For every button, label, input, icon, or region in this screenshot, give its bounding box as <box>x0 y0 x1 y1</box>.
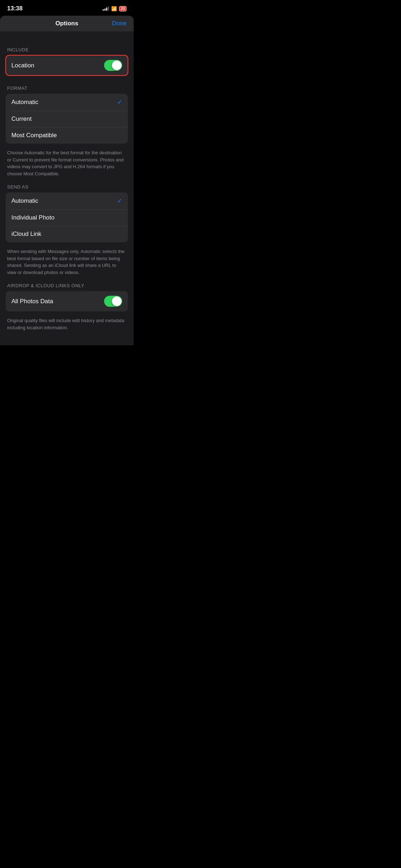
include-group: Location <box>6 55 128 76</box>
send-as-automatic-row[interactable]: Automatic ✓ <box>6 192 128 210</box>
nav-bar: Options Done <box>0 16 134 31</box>
send-as-icloud-link-row[interactable]: iCloud Link <box>6 226 128 242</box>
location-highlighted-row: Location <box>6 55 128 76</box>
send-as-individual-photo-row[interactable]: Individual Photo <box>6 210 128 226</box>
include-section-label: INCLUDE <box>0 47 134 55</box>
format-automatic-check: ✓ <box>117 98 122 106</box>
format-section-label: FORMAT <box>0 86 134 94</box>
page-title: Options <box>55 20 78 27</box>
all-photos-data-toggle[interactable] <box>104 296 122 307</box>
all-photos-data-toggle-thumb <box>112 296 122 306</box>
content-area: INCLUDE Location FORMAT Automatic ✓ Curr… <box>0 31 134 345</box>
send-as-individual-photo-label: Individual Photo <box>11 214 55 221</box>
battery-badge: 20 <box>119 6 127 11</box>
format-automatic-label: Automatic <box>11 99 38 106</box>
location-toggle[interactable] <box>104 60 122 71</box>
send-as-automatic-check: ✓ <box>117 197 122 205</box>
format-automatic-row[interactable]: Automatic ✓ <box>6 94 128 111</box>
format-description: Choose Automatic for the best format for… <box>0 146 134 184</box>
location-toggle-thumb <box>112 61 122 70</box>
send-as-description: When sending with Messages only, Automat… <box>0 245 134 283</box>
airdrop-section-label: AIRDROP & ICLOUD LINKS ONLY <box>0 283 134 291</box>
signal-icon <box>103 6 109 11</box>
status-bar: 13:38 📶 20 <box>0 0 134 14</box>
send-as-group: Automatic ✓ Individual Photo iCloud Link <box>6 192 128 242</box>
send-as-automatic-label: Automatic <box>11 197 38 205</box>
send-as-section-label: SEND AS <box>0 184 134 192</box>
location-label: Location <box>11 62 34 69</box>
format-current-label: Current <box>11 115 32 123</box>
status-icons: 📶 20 <box>103 6 127 11</box>
format-group: Automatic ✓ Current Most Compatible <box>6 94 128 144</box>
format-most-compatible-row[interactable]: Most Compatible <box>6 127 128 144</box>
all-photos-data-label: All Photos Data <box>11 298 53 305</box>
format-current-row[interactable]: Current <box>6 111 128 127</box>
airdrop-group: All Photos Data <box>6 291 128 311</box>
status-time: 13:38 <box>7 5 22 12</box>
send-as-icloud-link-label: iCloud Link <box>11 231 41 238</box>
format-most-compatible-label: Most Compatible <box>11 132 57 139</box>
airdrop-description: Original quality files will include edit… <box>0 314 134 338</box>
location-row: Location <box>6 55 128 76</box>
done-button[interactable]: Done <box>112 20 127 27</box>
wifi-icon: 📶 <box>111 6 117 11</box>
all-photos-data-row: All Photos Data <box>6 291 128 311</box>
